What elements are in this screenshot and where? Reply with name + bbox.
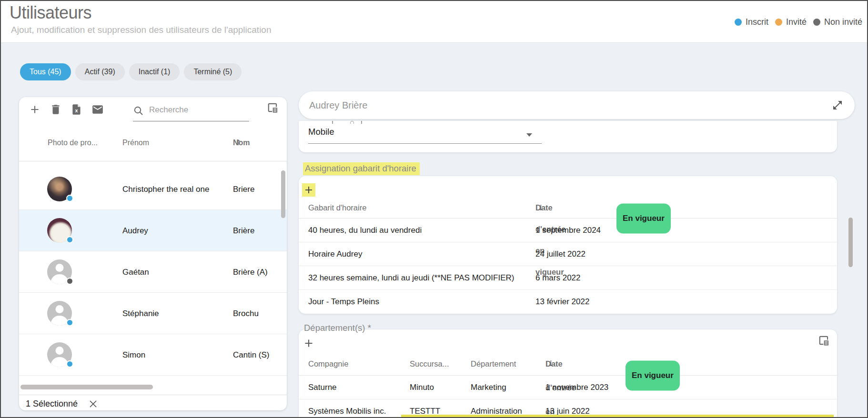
user-table-header: Photo de pro... Prénom Nom ↑ xyxy=(19,130,287,156)
column-chooser-icon[interactable] xyxy=(818,335,830,347)
filter-tabs: Tous (45)Actif (39)Inactif (1)Terminé (5… xyxy=(20,63,242,80)
legend-label: Inscrit xyxy=(746,17,768,27)
search-box xyxy=(133,102,249,121)
user-row[interactable]: SimonCantin (S) xyxy=(19,334,287,376)
phone-type-card: Mobile xyxy=(299,121,837,152)
column-header-compagnie[interactable]: Compagnie xyxy=(308,352,348,376)
selection-footer: 1 Sélectionné xyxy=(19,395,287,410)
avatar xyxy=(47,218,72,243)
filter-tab[interactable]: Inactif (1) xyxy=(129,63,180,80)
status-dot xyxy=(66,360,73,368)
detail-panel-scrollbar[interactable] xyxy=(848,218,853,267)
column-header-gabarit[interactable]: Gabarit d'horaire xyxy=(308,197,366,219)
column-header-prenom[interactable]: Prénom xyxy=(122,130,149,156)
schedule-name-cell: 40 heures, du lundi au vendredi xyxy=(308,219,422,242)
add-user-button[interactable] xyxy=(29,103,41,116)
schedule-date-cell: 24 juillet 2022 xyxy=(535,242,585,266)
user-row[interactable]: GaétanBrière (A) xyxy=(19,251,287,293)
department-row[interactable]: SaturneMinutoMarketing1 novembre 2023En … xyxy=(299,376,837,399)
schedule-row[interactable]: 40 heures, du lundi au vendredi1 septemb… xyxy=(299,219,837,242)
legend-item: Invité xyxy=(775,17,807,27)
add-schedule-button[interactable] xyxy=(302,183,315,197)
schedule-section-label: Assignation gabarit d'horaire xyxy=(303,163,420,174)
legend-label: Invité xyxy=(786,17,807,27)
status-badge: En vigueur xyxy=(616,204,671,234)
filter-tab[interactable]: Tous (45) xyxy=(20,63,71,80)
sort-desc-icon: ↓ xyxy=(538,197,545,219)
last-name-cell: Brière (A) xyxy=(233,251,268,293)
user-list-panel: x Photo de pro... Prénom Nom ↑ Christoph… xyxy=(19,97,287,410)
detail-title: Audrey Brière xyxy=(309,91,367,119)
last-name-cell: Cantin (S) xyxy=(233,334,270,376)
send-mail-button[interactable] xyxy=(91,103,104,116)
select-underline xyxy=(308,143,542,144)
search-icon xyxy=(133,105,144,117)
phone-type-select[interactable]: Mobile xyxy=(308,127,334,137)
expand-icon[interactable] xyxy=(832,100,843,111)
legend-item: Non invité xyxy=(813,17,862,27)
highlighted-element-clipped xyxy=(401,415,834,417)
column-chooser-icon[interactable] xyxy=(267,102,279,114)
column-header-date-vigueur[interactable]: Date d'entrée en vigueur ↓ xyxy=(545,352,548,376)
status-dot xyxy=(66,195,73,202)
svg-text:x: x xyxy=(75,108,78,113)
status-legend: InscritInvitéNon invité xyxy=(735,17,862,27)
app-window: Utilisateurs Ajout, modification et supp… xyxy=(0,0,868,418)
column-header-nom[interactable]: Nom ↑ xyxy=(233,130,235,156)
selection-count: 1 Sélectionné xyxy=(26,399,78,409)
schedule-card: Gabarit d'horaire Date d'entrée en vigue… xyxy=(299,176,837,314)
column-header-date-vigueur[interactable]: Date d'entrée en vigueur ↓ xyxy=(535,197,538,219)
sort-asc-icon: ↑ xyxy=(235,130,241,156)
user-table-body: Christopher the real oneBriereAudreyBriè… xyxy=(19,169,287,377)
search-input[interactable] xyxy=(148,105,243,115)
avatar xyxy=(47,342,72,367)
column-header-departement[interactable]: Département xyxy=(471,352,516,376)
legend-dot-icon xyxy=(813,19,820,26)
page-header: Utilisateurs Ajout, modification et supp… xyxy=(1,1,867,43)
first-name-cell: Christopher the real one xyxy=(122,169,209,210)
delete-user-button[interactable] xyxy=(50,103,62,116)
legend-item: Inscrit xyxy=(735,17,768,27)
schedule-name-cell: Jour - Temps Pleins xyxy=(308,290,379,314)
column-header-succursale[interactable]: Succursa... xyxy=(410,352,449,376)
add-department-button[interactable] xyxy=(302,337,315,350)
user-list-horizontal-scrollbar[interactable] xyxy=(20,385,153,389)
first-name-cell: Gaétan xyxy=(122,251,149,293)
first-name-cell: Stéphanie xyxy=(122,293,159,334)
filter-tab[interactable]: Terminé (5) xyxy=(184,63,242,80)
clipped-field-label xyxy=(299,121,837,124)
schedule-name-cell: 32 heures semaine, lundi au jeudi (**NE … xyxy=(308,266,514,290)
chevron-down-icon[interactable] xyxy=(526,133,532,137)
sort-desc-icon: ↓ xyxy=(548,352,555,376)
detail-header: Audrey Brière xyxy=(299,91,855,119)
last-name-cell: Brochu xyxy=(233,293,259,334)
schedule-date-cell: 1 septembre 2024 xyxy=(535,219,601,242)
company-cell: Systèmes Mobilis inc. xyxy=(308,399,386,418)
departments-table-header: Compagnie Succursa... Département Date d… xyxy=(299,352,837,376)
avatar xyxy=(47,301,72,326)
filter-tab[interactable]: Actif (39) xyxy=(75,63,125,80)
status-dot xyxy=(66,236,73,243)
legend-dot-icon xyxy=(735,19,742,26)
user-row[interactable]: Christopher the real oneBriere xyxy=(19,169,287,210)
divider xyxy=(19,161,287,161)
department-cell: Marketing xyxy=(471,376,506,399)
schedule-row[interactable]: Horaire Audrey24 juillet 2022 xyxy=(299,242,837,266)
date-cell: 1 novembre 2023 xyxy=(545,376,608,399)
page-title: Utilisateurs xyxy=(10,3,91,23)
status-dot xyxy=(66,319,73,326)
last-name-cell: Brière xyxy=(233,210,254,251)
legend-dot-icon xyxy=(775,19,782,26)
user-row[interactable]: StéphanieBrochu xyxy=(19,293,287,334)
avatar xyxy=(47,259,72,284)
schedule-date-cell: 13 février 2022 xyxy=(535,290,589,314)
schedule-row[interactable]: Jour - Temps Pleins13 février 2022 xyxy=(299,290,837,314)
clear-selection-button[interactable] xyxy=(89,400,97,408)
schedule-row[interactable]: 32 heures semaine, lundi au jeudi (**NE … xyxy=(299,266,837,290)
user-list-vertical-scrollbar[interactable] xyxy=(281,170,285,218)
column-header-photo[interactable]: Photo de pro... xyxy=(48,130,98,156)
departments-section-label: Département(s) * xyxy=(304,323,371,333)
schedule-table-body: 40 heures, du lundi au vendredi1 septemb… xyxy=(299,219,837,314)
export-excel-button[interactable]: x xyxy=(71,103,83,116)
user-row[interactable]: AudreyBrière xyxy=(19,210,287,251)
